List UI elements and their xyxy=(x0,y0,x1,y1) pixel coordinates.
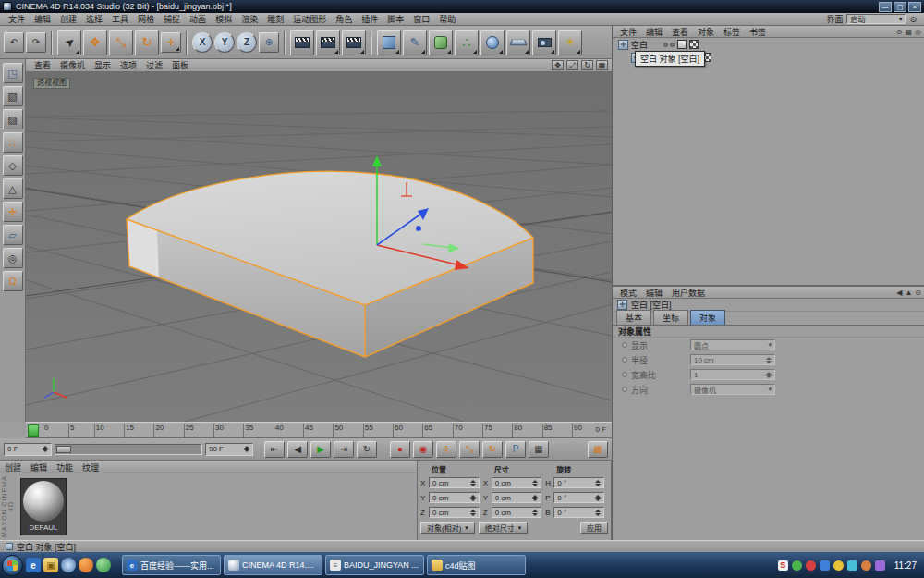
close-button[interactable]: × xyxy=(908,2,921,12)
menu-item[interactable]: 帮助 xyxy=(434,13,460,25)
viewport-menu-item[interactable]: 面板 xyxy=(167,59,193,71)
viewport-menu-item[interactable]: 过滤 xyxy=(141,59,167,71)
autokey-button[interactable]: ◉ xyxy=(413,441,433,458)
menu-item[interactable]: 窗口 xyxy=(408,13,434,25)
polygons-mode-button[interactable]: △ xyxy=(3,178,23,199)
tray-icon[interactable] xyxy=(806,560,816,571)
material-menu-item[interactable]: 编辑 xyxy=(26,461,52,473)
record-rotation-toggle[interactable]: ↻ xyxy=(482,441,503,458)
attribute-menu-item[interactable]: 编辑 xyxy=(641,287,667,298)
model-mode-button[interactable]: ▧ xyxy=(3,86,23,106)
object-manager-menu-item[interactable]: 书签 xyxy=(745,26,771,37)
frame-range-slider[interactable] xyxy=(55,444,202,455)
visibility-dots[interactable] xyxy=(663,43,675,47)
keyframe-selection-button[interactable]: ▦ xyxy=(588,441,608,458)
record-parameter-toggle[interactable]: P xyxy=(505,441,526,458)
undo-button[interactable]: ↶ xyxy=(4,32,24,53)
render-view-button[interactable] xyxy=(290,30,314,55)
live-selection-button[interactable]: ➤ xyxy=(57,30,81,55)
viewport-menu-item[interactable]: 选项 xyxy=(116,59,141,71)
play-button[interactable]: ▶ xyxy=(310,441,331,458)
taskbar-task-folder[interactable]: c4d贴图 xyxy=(427,555,526,575)
rot-b-spinner[interactable] xyxy=(595,510,601,516)
tray-icon[interactable] xyxy=(792,560,802,571)
menu-item[interactable]: 捕捉 xyxy=(159,13,185,25)
attr-back-icon[interactable]: ◀ xyxy=(896,289,902,297)
menu-item[interactable]: 运动图形 xyxy=(288,13,331,25)
coordinate-mode-dropdown[interactable]: 对象(相对)▾ xyxy=(420,522,475,534)
enable-snap-button[interactable]: Ω xyxy=(3,271,23,291)
record-position-toggle[interactable]: ✛ xyxy=(436,441,456,458)
display-tag-icon[interactable] xyxy=(677,40,687,49)
rotate-tool-button[interactable]: ↻ xyxy=(135,30,159,55)
om-filter-icon[interactable]: ▦ xyxy=(905,28,912,36)
make-editable-button[interactable]: ◳ xyxy=(3,63,23,83)
viewport-menu-item[interactable]: 摄像机 xyxy=(55,59,90,71)
attribute-menu-item[interactable]: 模式 xyxy=(615,287,641,298)
menu-item[interactable]: 雕刻 xyxy=(262,13,288,25)
search-icon[interactable]: ⊙ xyxy=(909,15,917,24)
anim-dot-icon[interactable] xyxy=(622,387,627,392)
add-spline-button[interactable]: ✎ xyxy=(403,30,427,55)
attribute-menu-item[interactable]: 用户数据 xyxy=(667,287,710,298)
folder-quicklaunch-icon[interactable]: ▣ xyxy=(43,558,58,572)
menu-item[interactable]: 选择 xyxy=(81,13,107,25)
rot-p-spinner[interactable] xyxy=(595,495,601,501)
goto-end-button[interactable]: ⇥ xyxy=(334,441,354,458)
menu-item[interactable]: 动画 xyxy=(185,13,211,25)
anim-dot-icon[interactable] xyxy=(622,342,627,348)
goto-start-button[interactable]: ⇤ xyxy=(264,441,285,458)
tray-icon[interactable] xyxy=(847,560,857,571)
layout-dropdown[interactable]: 启动 ▾ xyxy=(846,14,906,24)
timeline-playhead[interactable] xyxy=(28,424,39,437)
aspect-ratio-spinner[interactable] xyxy=(766,372,772,378)
viewport-solo-button[interactable]: ◎ xyxy=(3,248,23,268)
move-tool-button[interactable]: ✥ xyxy=(83,30,107,55)
material-menu-item[interactable]: 纹理 xyxy=(78,461,103,473)
menu-item[interactable]: 渲染 xyxy=(237,13,262,25)
add-subdivision-surface-button[interactable] xyxy=(429,30,453,55)
pos-y-spinner[interactable] xyxy=(470,495,476,501)
firefox-quicklaunch-icon[interactable] xyxy=(79,558,93,572)
attr-search-icon[interactable]: ⊙ xyxy=(915,289,921,297)
viewport-canvas[interactable] xyxy=(26,72,612,422)
pos-x-field[interactable]: 0 cm xyxy=(429,477,480,488)
menu-item[interactable]: 工具 xyxy=(107,13,133,25)
viewport-orbit-icon[interactable]: ↻ xyxy=(581,60,593,70)
material-menu-item[interactable]: 功能 xyxy=(52,461,78,473)
render-settings-button[interactable] xyxy=(342,30,366,55)
start-frame-spinner[interactable] xyxy=(43,446,48,452)
menu-item[interactable]: 网格 xyxy=(133,13,159,25)
record-keyframe-button[interactable]: ● xyxy=(390,441,410,458)
tray-icon[interactable] xyxy=(875,560,885,571)
menu-item[interactable]: 插件 xyxy=(357,13,383,25)
frame-slider-handle[interactable] xyxy=(56,446,71,453)
ie-quicklaunch-icon[interactable]: e xyxy=(26,558,41,572)
object-name[interactable]: 空白 xyxy=(631,39,648,51)
add-sky-button[interactable] xyxy=(480,30,505,55)
end-frame-field[interactable]: 90 F xyxy=(205,443,253,456)
viewport-toggle-views-icon[interactable]: ▦ xyxy=(596,60,608,70)
menu-item[interactable]: 创建 xyxy=(55,13,81,25)
object-row-parent[interactable]: ✛ 空白 xyxy=(613,38,924,51)
viewport-menu-item[interactable]: 显示 xyxy=(90,59,116,71)
size-mode-dropdown[interactable]: 绝对尺寸▾ xyxy=(479,522,529,534)
tray-icon[interactable] xyxy=(820,560,830,571)
tab-object[interactable]: 对象 xyxy=(690,310,725,325)
attr-up-icon[interactable]: ▲ xyxy=(905,289,912,297)
pos-z-field[interactable]: 0 cm xyxy=(429,507,480,518)
object-manager-menu-item[interactable]: 查看 xyxy=(667,26,693,37)
taskbar-clock[interactable]: 11:27 xyxy=(889,560,917,571)
radius-field[interactable]: 10 cm xyxy=(690,354,775,365)
record-pla-toggle[interactable]: ▦ xyxy=(529,441,549,458)
texture-tag-icon[interactable] xyxy=(689,40,699,49)
tray-icon[interactable] xyxy=(861,560,871,571)
anim-dot-icon[interactable] xyxy=(622,357,627,363)
app-quicklaunch-icon[interactable] xyxy=(96,558,111,572)
previous-frame-button[interactable]: ◀ xyxy=(287,441,308,458)
add-floor-button[interactable] xyxy=(506,30,530,55)
size-y-spinner[interactable] xyxy=(532,495,538,501)
lock-x-axis-button[interactable]: X xyxy=(192,32,213,53)
size-x-spinner[interactable] xyxy=(532,480,538,486)
enable-axis-button[interactable]: ✛ xyxy=(3,202,23,222)
